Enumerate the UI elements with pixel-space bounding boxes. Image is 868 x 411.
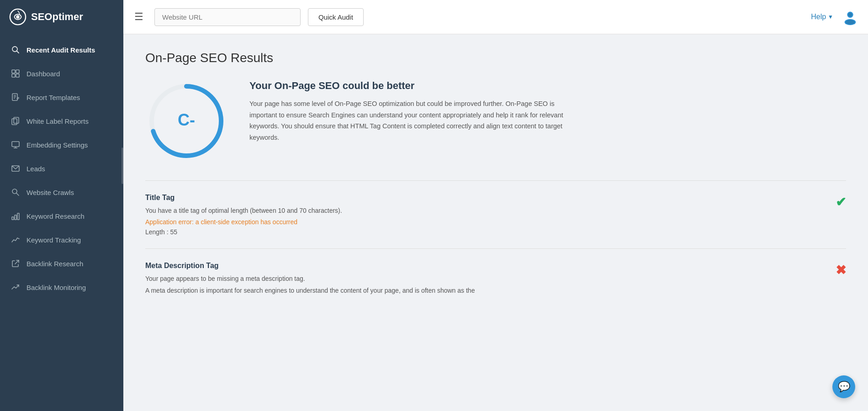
svg-line-27: [15, 260, 19, 264]
svg-rect-8: [12, 70, 15, 73]
sidebar-label-embedding: Embedding Settings: [26, 141, 88, 149]
svg-line-7: [17, 51, 19, 53]
sidebar-label-keyword-research: Keyword Research: [26, 212, 85, 220]
sidebar: Recent Audit Results Dashboard Report Te…: [0, 34, 123, 411]
chat-icon: 💬: [838, 381, 850, 393]
help-button[interactable]: Help ▼: [811, 13, 833, 21]
main-content: On-Page SEO Results C- Your On-Page SEO …: [123, 34, 868, 411]
sidebar-item-keyword-tracking[interactable]: Keyword Tracking: [0, 228, 123, 252]
logo-text: SEOptimer: [31, 11, 83, 23]
audit-item-title-tag: Title Tag You have a title tag of optima…: [145, 194, 846, 236]
divider-1: [145, 180, 846, 181]
meta-description-label: Meta Description Tag: [145, 262, 648, 270]
sidebar-item-embedding[interactable]: Embedding Settings: [0, 133, 123, 157]
trending-up-icon: [11, 283, 20, 292]
svg-rect-16: [12, 119, 17, 125]
svg-rect-18: [12, 142, 19, 147]
sidebar-item-backlink-research[interactable]: Backlink Research: [0, 252, 123, 275]
title-tag-status: ✔: [836, 195, 846, 210]
sidebar-item-dashboard[interactable]: Dashboard: [0, 62, 123, 85]
sidebar-item-backlink-monitoring[interactable]: Backlink Monitoring: [0, 275, 123, 299]
title-tag-label: Title Tag: [145, 194, 648, 202]
divider-2: [145, 248, 846, 249]
envelope-icon: [11, 164, 20, 173]
svg-line-23: [16, 193, 19, 195]
meta-description-desc: Your page appears to be missing a meta d…: [145, 274, 648, 284]
fail-icon: ✖: [836, 263, 846, 277]
hamburger-button[interactable]: ☰: [131, 7, 147, 26]
quick-audit-button[interactable]: Quick Audit: [308, 8, 364, 26]
sidebar-item-white-label[interactable]: White Label Reports: [0, 109, 123, 133]
bar-chart-icon: [11, 211, 20, 221]
sidebar-item-recent-audit[interactable]: Recent Audit Results: [0, 38, 123, 62]
sidebar-item-website-crawls[interactable]: Website Crawls: [0, 180, 123, 204]
scrollbar-indicator: [122, 148, 123, 184]
audit-item-title-tag-content: Title Tag You have a title tag of optima…: [145, 194, 648, 236]
title-tag-error: Application error: a client-side excepti…: [145, 218, 648, 226]
sidebar-label-report-templates: Report Templates: [26, 94, 80, 101]
sidebar-label-white-label: White Label Reports: [26, 117, 89, 125]
pass-icon: ✔: [836, 195, 846, 209]
svg-rect-17: [14, 117, 19, 123]
chevron-down-icon: ▼: [828, 14, 833, 20]
sidebar-label-keyword-tracking: Keyword Tracking: [26, 236, 81, 244]
svg-rect-10: [12, 74, 15, 77]
copy-icon: [11, 116, 20, 126]
score-section: C- Your On-Page SEO could be better Your…: [145, 80, 846, 162]
user-icon[interactable]: [842, 8, 859, 26]
svg-rect-11: [16, 74, 19, 77]
score-title: Your On-Page SEO could be better: [249, 80, 578, 92]
sidebar-item-keyword-research[interactable]: Keyword Research: [0, 204, 123, 228]
svg-point-1: [16, 15, 20, 19]
monitor-icon: [11, 140, 20, 149]
title-tag-detail: Length : 55: [145, 228, 648, 236]
svg-point-4: [848, 13, 852, 17]
meta-description-status: ✖: [836, 263, 846, 278]
sidebar-label-leads: Leads: [26, 165, 45, 173]
grid-icon: [11, 69, 20, 78]
url-input[interactable]: [154, 8, 301, 26]
score-text-area: Your On-Page SEO could be better Your pa…: [249, 80, 578, 143]
app-body: Recent Audit Results Dashboard Report Te…: [0, 34, 868, 411]
search-icon: [11, 45, 20, 54]
logo-area: SEOptimer: [0, 0, 123, 34]
sidebar-item-leads[interactable]: Leads: [0, 157, 123, 180]
score-circle: C-: [145, 80, 228, 162]
svg-point-5: [846, 20, 855, 24]
external-link-icon: [11, 259, 20, 268]
title-tag-desc: You have a title tag of optimal length (…: [145, 206, 648, 216]
meta-description-detail: A meta description is important for sear…: [145, 287, 648, 294]
file-edit-icon: [11, 93, 20, 102]
svg-rect-26: [17, 213, 19, 220]
sidebar-label-backlink-monitoring: Backlink Monitoring: [26, 284, 86, 291]
page-title: On-Page SEO Results: [145, 51, 846, 65]
sidebar-label-dashboard: Dashboard: [26, 70, 60, 78]
audit-item-meta-description: Meta Description Tag Your page appears t…: [145, 262, 846, 294]
search-circle-icon: [11, 188, 20, 197]
sidebar-item-report-templates[interactable]: Report Templates: [0, 85, 123, 109]
score-description: Your page has some level of On-Page SEO …: [249, 98, 578, 143]
logo-icon: [9, 8, 26, 26]
svg-rect-9: [16, 70, 19, 73]
sidebar-label-website-crawls: Website Crawls: [26, 189, 74, 196]
svg-rect-25: [15, 215, 16, 220]
app-header: SEOptimer ☰ Quick Audit Help ▼: [0, 0, 868, 34]
sidebar-label-backlink-research: Backlink Research: [26, 260, 83, 268]
line-chart-icon: [11, 235, 20, 244]
score-svg: C-: [145, 80, 228, 162]
sidebar-label-recent-audit: Recent Audit Results: [26, 46, 95, 54]
svg-rect-24: [12, 217, 14, 220]
grade-text: C-: [178, 111, 195, 129]
chat-bubble-button[interactable]: 💬: [832, 375, 855, 398]
header-right: Help ▼: [811, 8, 859, 26]
audit-item-meta-content: Meta Description Tag Your page appears t…: [145, 262, 648, 294]
